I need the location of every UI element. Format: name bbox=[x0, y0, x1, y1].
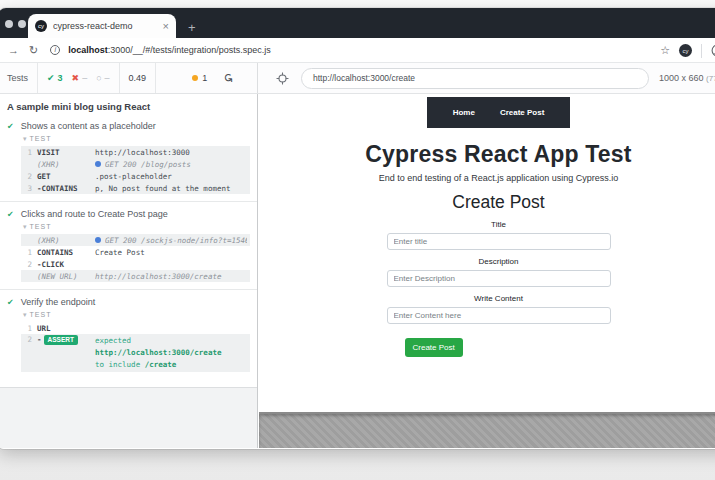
active-count: 1 bbox=[202, 73, 207, 83]
reporter-header: Tests ✔ 3 ✖ – ○ – 0.49 1 ↻ bbox=[0, 63, 258, 93]
test-title-row[interactable]: ✔ Clicks and route to Create Post page bbox=[7, 209, 250, 219]
xhr-badge: (XHR) bbox=[37, 160, 95, 169]
command-message: Create Post bbox=[95, 248, 247, 257]
xhr-row[interactable]: (XHR) GET 200 /blog/posts bbox=[21, 158, 250, 170]
command-row[interactable]: 3 -CONTAINS p, No post found at the mome… bbox=[21, 182, 250, 194]
test-name: Shows a content as a placeholder bbox=[21, 121, 156, 131]
active-indicator: 1 bbox=[192, 73, 207, 83]
profile-avatar-icon[interactable] bbox=[711, 44, 715, 57]
address-bar[interactable]: localhost:3000/__/#/tests/integration/po… bbox=[68, 45, 271, 55]
test-passed-icon: ✔ bbox=[7, 298, 14, 307]
form-heading: Create Post bbox=[259, 192, 715, 213]
command-row[interactable]: 1 CONTAINS Create Post bbox=[21, 246, 250, 258]
nav-home-link[interactable]: Home bbox=[453, 108, 475, 117]
viewport-size: 1000 x 660 (77%) bbox=[659, 73, 715, 83]
assert-row[interactable]: 2 -ASSERT expected http://localhost:3000… bbox=[21, 334, 250, 372]
test-passed-icon: ✔ bbox=[7, 122, 14, 131]
command-method: -CONTAINS bbox=[37, 184, 95, 193]
test-commands: ▾TEST 1 URL 2 -ASSERT expected http://lo… bbox=[21, 311, 250, 372]
failed-count: – bbox=[82, 73, 87, 83]
outside-viewport-area bbox=[259, 412, 715, 448]
selector-playground-icon[interactable] bbox=[276, 72, 289, 85]
viewport-scale: (77%) bbox=[706, 74, 715, 83]
stat-pending: ○ – bbox=[96, 73, 109, 83]
command-number: 2 bbox=[21, 260, 37, 269]
tests-collapse-toggle[interactable]: Tests bbox=[0, 63, 38, 93]
content-input[interactable] bbox=[387, 307, 611, 324]
restart-tests-icon[interactable]: ↻ bbox=[221, 73, 235, 83]
app-navbar: Home Create Post bbox=[427, 97, 570, 128]
bookmark-star-icon[interactable]: ☆ bbox=[660, 44, 670, 57]
aut-iframe: Home Create Post Cypress React App Test … bbox=[259, 94, 715, 448]
test-section-toggle[interactable]: ▾TEST bbox=[23, 223, 250, 231]
passed-count: 3 bbox=[58, 73, 63, 83]
minimize-window-icon[interactable] bbox=[18, 20, 26, 28]
command-number: 2 bbox=[21, 335, 37, 344]
command-number: 2 bbox=[21, 172, 37, 181]
divider bbox=[0, 289, 257, 290]
description-label: Description bbox=[387, 257, 611, 266]
xhr-row[interactable]: (XHR) GET 200 /sockjs-node/info?t=154686… bbox=[21, 234, 250, 246]
xhr-dot-icon bbox=[95, 237, 101, 243]
command-message: p, No post found at the moment bbox=[95, 184, 247, 193]
command-message: http://localhost:3000 bbox=[95, 148, 247, 157]
command-row[interactable]: 1 URL bbox=[21, 322, 250, 334]
xhr-message: GET 200 /sockjs-node/info?t=1546869… bbox=[105, 236, 247, 245]
test-commands: ▾TEST 1 VISIT http://localhost:3000 (XHR… bbox=[21, 135, 250, 194]
nav-create-post-link[interactable]: Create Post bbox=[500, 108, 544, 117]
assert-message: expected http://localhost:3000/createto … bbox=[95, 335, 247, 371]
xhr-message: GET 200 /blog/posts bbox=[105, 160, 247, 169]
test-section-toggle[interactable]: ▾TEST bbox=[23, 135, 250, 143]
title-label: Title bbox=[387, 220, 611, 229]
command-number: 3 bbox=[21, 184, 37, 193]
browser-url-row: → ↻ i localhost:3000/__/#/tests/integrat… bbox=[0, 38, 715, 63]
new-url-row[interactable]: (NEW URL) http://localhost:3000/create bbox=[21, 270, 250, 282]
new-url-badge: (NEW URL) bbox=[37, 272, 95, 281]
aut-url-field[interactable]: http://localhost:3000/create bbox=[301, 68, 649, 89]
caret-down-icon: ▾ bbox=[23, 311, 27, 318]
test-section-toggle[interactable]: ▾TEST bbox=[23, 311, 250, 319]
app-title: Cypress React App Test bbox=[259, 141, 715, 168]
test-commands: ▾TEST (XHR) GET 200 /sockjs-node/info?t=… bbox=[21, 223, 250, 282]
new-tab-button[interactable]: + bbox=[188, 21, 196, 34]
close-window-icon[interactable] bbox=[5, 20, 13, 28]
reload-icon[interactable]: ↻ bbox=[29, 44, 38, 57]
command-method: -ASSERT bbox=[37, 335, 95, 345]
orange-dot-icon bbox=[192, 75, 198, 81]
suite-title[interactable]: A sample mini blog using React bbox=[7, 101, 250, 112]
pending-count: – bbox=[105, 73, 110, 83]
create-post-button[interactable]: Create Post bbox=[405, 338, 463, 357]
description-input[interactable] bbox=[387, 270, 611, 287]
address-host: localhost bbox=[68, 45, 108, 55]
command-row[interactable]: 2 GET .post-placeholder bbox=[21, 170, 250, 182]
command-row[interactable]: 1 VISIT http://localhost:3000 bbox=[21, 146, 250, 158]
xhr-dot-icon bbox=[95, 161, 101, 167]
command-number: 1 bbox=[21, 248, 37, 257]
divider bbox=[0, 201, 257, 202]
command-row[interactable]: 2 -CLICK bbox=[21, 258, 250, 270]
test-name: Clicks and route to Create Post page bbox=[21, 209, 168, 219]
pending-circle-icon: ○ bbox=[96, 73, 101, 83]
create-post-form: Title Description Write Content Create P… bbox=[387, 220, 611, 357]
command-number: 1 bbox=[21, 148, 37, 157]
command-log: A sample mini blog using React ✔ Shows a… bbox=[0, 94, 257, 388]
run-duration: 0.49 bbox=[119, 63, 157, 93]
browser-titlebar: cy cypress-react-demo × + bbox=[0, 8, 715, 38]
test-title-row[interactable]: ✔ Verify the endpoint bbox=[7, 297, 250, 307]
caret-down-icon: ▾ bbox=[23, 223, 27, 230]
app-subtitle: End to end testing of a React.js applica… bbox=[259, 173, 715, 183]
address-path: :3000/__/#/tests/integration/posts.spec.… bbox=[108, 45, 271, 55]
reporter-panel: A sample mini blog using React ✔ Shows a… bbox=[0, 94, 258, 448]
forward-icon[interactable]: → bbox=[8, 44, 19, 56]
new-url-message: http://localhost:3000/create bbox=[95, 272, 247, 281]
caret-down-icon: ▾ bbox=[23, 135, 27, 142]
cypress-extension-icon[interactable]: cy bbox=[679, 44, 692, 57]
command-method: VISIT bbox=[37, 148, 95, 157]
tab-close-icon[interactable]: × bbox=[163, 21, 169, 32]
page-info-icon[interactable]: i bbox=[50, 45, 60, 55]
passed-check-icon: ✔ bbox=[47, 73, 55, 83]
cypress-favicon-icon: cy bbox=[35, 20, 47, 32]
browser-tab[interactable]: cy cypress-react-demo × bbox=[28, 14, 176, 38]
test-title-row[interactable]: ✔ Shows a content as a placeholder bbox=[7, 121, 250, 131]
title-input[interactable] bbox=[387, 233, 611, 250]
